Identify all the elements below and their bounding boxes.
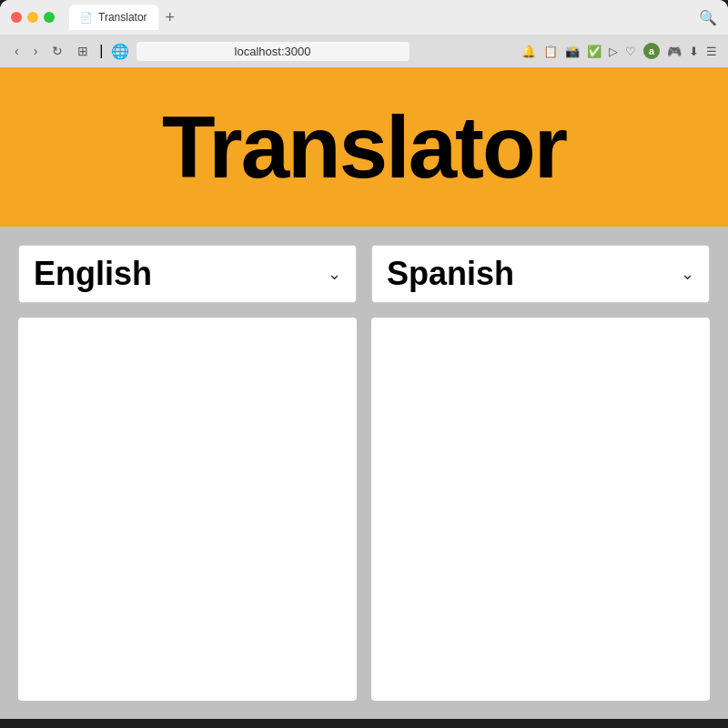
active-tab[interactable]: 📄 Translator <box>69 5 158 30</box>
target-dropdown-arrow-icon: ⌄ <box>681 264 694 284</box>
target-text-output[interactable] <box>371 318 710 701</box>
cube-icon[interactable]: 🎮 <box>667 45 682 58</box>
account-icon[interactable]: a <box>643 43 660 59</box>
nav-icons: 🔔 📋 📸 ✅ ▷ ♡ a 🎮 ⬇ ☰ <box>521 43 717 59</box>
separator: | <box>99 43 103 59</box>
app-header: Translator <box>0 67 728 227</box>
maximize-button[interactable] <box>44 12 55 23</box>
tab-favicon: 📄 <box>80 12 93 24</box>
traffic-lights <box>11 12 55 23</box>
clipboard-icon[interactable]: 📋 <box>543 45 558 58</box>
left-panel: English ⌄ <box>18 245 357 701</box>
app-body: English ⌄ Spanish ⌄ <box>0 227 728 719</box>
notifications-icon[interactable]: 🔔 <box>521 45 536 58</box>
title-bar: 📄 Translator + 🔍 <box>0 0 728 35</box>
target-language-label: Spanish <box>387 255 514 293</box>
app-title: Translator <box>162 97 566 197</box>
source-language-label: English <box>34 255 152 293</box>
source-text-input[interactable] <box>18 318 357 701</box>
tab-bar: 📄 Translator + <box>69 5 692 30</box>
close-button[interactable] <box>11 12 22 23</box>
menu-icon[interactable]: ☰ <box>706 45 717 58</box>
heart-icon[interactable]: ♡ <box>625 45 636 58</box>
search-icon[interactable]: 🔍 <box>699 9 717 26</box>
new-tab-button[interactable]: + <box>162 9 179 25</box>
app-window: Translator English ⌄ Spanish ⌄ <box>0 67 728 719</box>
camera-icon[interactable]: 📸 <box>565 45 580 58</box>
globe-icon: 🌐 <box>111 43 129 60</box>
target-language-select[interactable]: Spanish ⌄ <box>371 245 710 303</box>
source-dropdown-arrow-icon: ⌄ <box>328 264 341 284</box>
address-bar: ‹ › ↻ ⊞ | 🌐 🔔 📋 📸 ✅ ▷ ♡ a 🎮 ⬇ ☰ <box>0 35 728 67</box>
address-input[interactable] <box>136 42 410 61</box>
play-icon[interactable]: ▷ <box>609 45 618 58</box>
download-icon[interactable]: ⬇ <box>689 45 699 58</box>
grid-button[interactable]: ⊞ <box>74 42 92 60</box>
browser-window: 📄 Translator + 🔍 ‹ › ↻ ⊞ | 🌐 🔔 📋 📸 ✅ ▷ ♡… <box>0 0 728 719</box>
back-button[interactable]: ‹ <box>11 42 23 60</box>
right-panel: Spanish ⌄ <box>371 245 710 701</box>
forward-button[interactable]: › <box>30 42 42 60</box>
tab-title: Translator <box>98 11 147 24</box>
reload-button[interactable]: ↻ <box>48 42 66 60</box>
minimize-button[interactable] <box>27 12 38 23</box>
source-language-select[interactable]: English ⌄ <box>18 245 357 303</box>
shield-icon[interactable]: ✅ <box>587 45 602 58</box>
